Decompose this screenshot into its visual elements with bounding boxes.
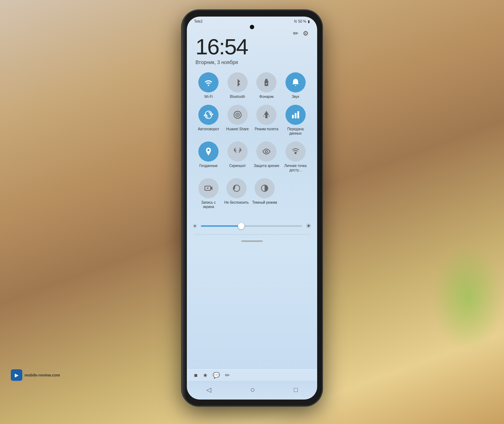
- qs-screen-record[interactable]: Запись с экрана: [195, 178, 221, 209]
- qs-screenshot[interactable]: Скриншот: [225, 141, 251, 172]
- flashlight-icon-circle[interactable]: [256, 72, 276, 93]
- scene: Tele2 N 50 % ▮ ✏ ⚙: [0, 0, 504, 424]
- sound-label: Звук: [292, 95, 299, 99]
- qs-huawei-share[interactable]: Huawei Share: [225, 105, 251, 136]
- carrier-text: Tele2: [194, 19, 203, 23]
- geodata-icon-circle[interactable]: [198, 141, 219, 162]
- back-button[interactable]: ◁: [206, 386, 211, 394]
- eye-protection-icon-circle[interactable]: [256, 141, 276, 162]
- brightness-low-icon: ☀: [193, 223, 197, 229]
- status-bar: Tele2 N 50 % ▮: [187, 17, 317, 25]
- battery-text: 50 %: [298, 19, 306, 23]
- phone-wrapper: Tele2 N 50 % ▮ ✏ ⚙: [182, 10, 322, 406]
- tray-icon-4[interactable]: ✏: [225, 372, 230, 379]
- screenshot-icon-circle[interactable]: [228, 141, 248, 162]
- eye-protection-label: Защита зрения: [254, 164, 279, 168]
- svg-rect-2: [266, 84, 267, 84]
- tray-icon-1[interactable]: ■: [194, 372, 198, 379]
- airplane-label: Режим полета: [255, 127, 278, 131]
- front-camera: [250, 25, 254, 29]
- geodata-label: Геоданные: [199, 164, 218, 168]
- qs-dnd[interactable]: Не беспокоить: [224, 178, 249, 209]
- brightness-row: ☀ ☀: [187, 221, 317, 231]
- flashlight-label: Фонарик: [259, 95, 274, 99]
- quick-settings: Wi-Fi Bluetooth: [187, 67, 317, 221]
- qs-row-2: Автоповорот Huawei Share: [194, 105, 310, 136]
- svg-point-10: [265, 150, 267, 153]
- time-display: 16:54: [195, 36, 309, 58]
- airplane-icon-circle[interactable]: [256, 105, 276, 125]
- qs-sound[interactable]: Звук: [283, 72, 309, 99]
- nfc-icon: N: [294, 19, 297, 23]
- dnd-icon-circle[interactable]: [226, 178, 247, 198]
- home-button[interactable]: ○: [250, 385, 255, 394]
- svg-point-11: [294, 152, 297, 154]
- battery-icon: ▮: [308, 19, 310, 23]
- autorotate-icon-circle[interactable]: [198, 105, 219, 125]
- phone-screen: Tele2 N 50 % ▮ ✏ ⚙: [187, 17, 317, 400]
- huawei-share-label: Huawei Share: [226, 127, 249, 131]
- svg-point-13: [207, 188, 208, 189]
- qs-bluetooth[interactable]: Bluetooth: [225, 72, 251, 99]
- phone-frame: Tele2 N 50 % ▮ ✏ ⚙: [182, 10, 322, 406]
- qs-dark-mode[interactable]: Темный режим: [252, 178, 278, 209]
- qs-wifi[interactable]: Wi-Fi: [195, 72, 221, 99]
- nav-bar: ◁ ○ □: [187, 382, 317, 400]
- header-icons: ✏ ⚙: [293, 30, 309, 37]
- app-tray: ■ ★ 💬 ✏: [187, 369, 317, 381]
- dark-mode-label: Темный режим: [252, 200, 277, 205]
- qs-flashlight[interactable]: Фонарик: [253, 72, 279, 99]
- qs-airplane[interactable]: Режим полета: [253, 105, 279, 136]
- date-display: Вторник, 3 ноября: [195, 59, 309, 65]
- bottom-handle: [187, 238, 317, 245]
- qs-geodata[interactable]: Геоданные: [195, 141, 221, 172]
- qs-row-1: Wi-Fi Bluetooth: [194, 72, 310, 99]
- wifi-label: Wi-Fi: [204, 95, 213, 99]
- tray-icon-2[interactable]: ★: [203, 372, 208, 379]
- bluetooth-icon-circle[interactable]: [228, 72, 248, 93]
- status-right: N 50 % ▮: [294, 19, 310, 23]
- qs-row-4: Запись с экрана Не беспокоить: [194, 178, 310, 209]
- huawei-share-icon-circle[interactable]: [228, 105, 248, 125]
- svg-rect-7: [294, 113, 296, 118]
- brightness-track-fill: [201, 225, 241, 227]
- hotspot-label: Личная точка досту...: [283, 164, 309, 172]
- dark-mode-icon-circle[interactable]: [255, 178, 275, 198]
- hotspot-icon-circle[interactable]: [285, 141, 306, 162]
- camera-cutout: [187, 25, 317, 29]
- handle-bar: [241, 240, 263, 242]
- screen-record-label: Запись с экрана: [195, 200, 221, 209]
- watermark: ▶ mobile-review.com: [11, 369, 60, 381]
- dnd-label: Не беспокоить: [224, 200, 249, 205]
- tray-icon-3[interactable]: 💬: [213, 372, 220, 379]
- svg-rect-8: [297, 111, 299, 118]
- watermark-text: mobile-review.com: [24, 373, 60, 377]
- qs-row-3: Геоданные Скриншот: [194, 141, 310, 172]
- watermark-logo: ▶: [11, 369, 22, 381]
- recents-button[interactable]: □: [294, 386, 298, 394]
- divider: [194, 234, 310, 235]
- brightness-thumb[interactable]: [238, 223, 244, 229]
- edit-icon[interactable]: ✏: [293, 30, 298, 37]
- screenshot-label: Скриншот: [229, 164, 246, 168]
- svg-point-9: [207, 149, 210, 151]
- screen-record-icon-circle[interactable]: [198, 178, 219, 198]
- sound-icon-circle[interactable]: [285, 72, 306, 93]
- autorotate-label: Автоповорот: [198, 127, 219, 131]
- wifi-icon-circle[interactable]: [198, 72, 219, 93]
- settings-icon[interactable]: ⚙: [303, 30, 309, 37]
- bluetooth-label: Bluetooth: [230, 95, 245, 99]
- qs-data[interactable]: Передача данных: [283, 105, 309, 136]
- svg-point-5: [237, 114, 238, 116]
- data-icon-circle[interactable]: [285, 105, 306, 125]
- brightness-high-icon: ☀: [306, 222, 311, 230]
- qs-eye-protection[interactable]: Защита зрения: [253, 141, 279, 172]
- svg-rect-0: [265, 79, 267, 80]
- brightness-slider[interactable]: [201, 225, 302, 227]
- svg-rect-6: [292, 115, 294, 118]
- qs-autorotate[interactable]: Автоповорот: [195, 105, 221, 136]
- qs-hotspot[interactable]: Личная точка досту...: [283, 141, 309, 172]
- data-label: Передача данных: [283, 127, 309, 136]
